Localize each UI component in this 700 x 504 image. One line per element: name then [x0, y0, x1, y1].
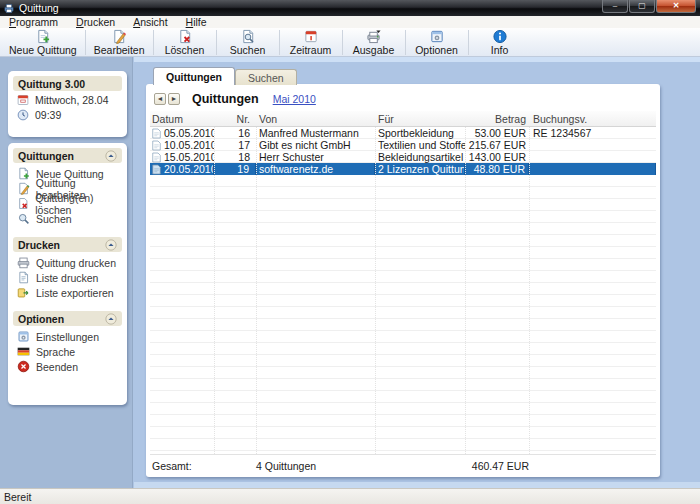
decorative-strip — [134, 57, 700, 62]
sidebar-item-liste-exportieren[interactable]: Liste exportieren — [17, 285, 127, 300]
menu-programm[interactable]: Programm — [0, 16, 67, 28]
status-bar: Bereit — [0, 488, 700, 504]
edit-icon — [111, 29, 127, 44]
collapse-icon[interactable] — [105, 239, 117, 251]
table-row[interactable]: 10.05.2010 17 Gibt es nicht GmbH Textili… — [150, 139, 656, 151]
calendar-icon — [17, 94, 29, 106]
date-row: Mittwoch, 28.04 — [17, 94, 127, 106]
delete-icon — [177, 29, 193, 44]
column-header-betrag[interactable]: Betrag — [465, 113, 529, 125]
sidebar-item-quittung-loeschen[interactable]: Quittung(en) löschen — [17, 196, 127, 211]
table-body: 05.05.2010 16 Manfred Mustermann Sportbe… — [150, 127, 656, 455]
column-header-nr[interactable]: Nr. — [214, 113, 256, 125]
table-row-selected[interactable]: 20.05.2010 19 softwarenetz.de 2 Lizenzen… — [150, 163, 656, 175]
column-gridline — [256, 127, 257, 454]
table-row[interactable]: 15.05.2010 18 Herr Schuster Bekleidungsa… — [150, 151, 656, 163]
section-header-drucken[interactable]: Drucken — [13, 237, 122, 252]
title-bar: Quittung – ▢ ✕ — [0, 0, 700, 16]
german-flag-icon — [17, 345, 30, 358]
toolbar-separator — [153, 30, 154, 55]
version-header: Quittung 3.00 — [13, 76, 122, 91]
toolbar-separator — [405, 30, 406, 55]
table-footer: Gesamt: 4 Quittungen 460.47 EUR — [150, 458, 656, 473]
period-button[interactable]: Zeitraum — [281, 29, 341, 56]
new-receipt-icon — [35, 29, 51, 44]
info-icon — [492, 29, 508, 44]
next-month-button[interactable]: ► — [168, 93, 180, 105]
edit-icon — [17, 182, 30, 195]
menu-ansicht[interactable]: Ansicht — [124, 16, 176, 28]
main-panel: ◄ ► Quittungen Mai 2010 Datum Nr. Von Fü… — [146, 84, 660, 477]
search-icon — [240, 29, 256, 44]
menu-drucken[interactable]: Drucken — [67, 16, 124, 28]
toolbar-separator — [216, 30, 217, 55]
sidebar-nav-panel: Quittungen Neue Quittung Quittung bearbe… — [8, 143, 127, 405]
receipt-doc-icon — [152, 128, 161, 139]
column-header-datum[interactable]: Datum — [150, 113, 214, 125]
search-icon — [17, 212, 30, 225]
toolbar: Neue Quittung Bearbeiten Löschen Suchen … — [0, 28, 700, 57]
menu-bar: Programm Drucken Ansicht Hilfe — [0, 16, 700, 28]
menu-hilfe[interactable]: Hilfe — [177, 16, 216, 28]
sidebar-item-beenden[interactable]: Beenden — [17, 359, 127, 374]
receipt-doc-icon — [152, 140, 161, 151]
options-icon — [429, 29, 445, 44]
page-title: Quittungen — [192, 92, 259, 106]
clock-icon — [17, 109, 29, 121]
column-header-buchungsv[interactable]: Buchungsv. — [529, 113, 656, 125]
document-icon — [17, 271, 30, 284]
section-header-quittungen[interactable]: Quittungen — [13, 148, 122, 163]
info-button[interactable]: Info — [470, 29, 530, 56]
table-header: Datum Nr. Von Für Betrag Buchungsv. — [150, 111, 656, 127]
minimize-button[interactable]: – — [602, 0, 628, 13]
window-title: Quittung — [19, 2, 59, 14]
tab-quittungen[interactable]: Quittungen — [153, 67, 235, 85]
tab-bar: Quittungen Suchen — [153, 67, 297, 85]
options-button[interactable]: Optionen — [407, 29, 467, 56]
close-button[interactable]: ✕ — [656, 0, 696, 13]
section-header-optionen[interactable]: Optionen — [13, 311, 122, 326]
delete-button[interactable]: Löschen — [155, 29, 215, 56]
sidebar-item-quittung-drucken[interactable]: Quittung drucken — [17, 255, 127, 270]
tab-suchen[interactable]: Suchen — [235, 69, 297, 85]
maximize-button[interactable]: ▢ — [629, 0, 655, 13]
panel-header: ◄ ► Quittungen Mai 2010 — [154, 91, 316, 107]
column-header-fuer[interactable]: Für — [375, 113, 465, 125]
toolbar-separator — [468, 30, 469, 55]
delete-icon — [17, 197, 29, 210]
period-link[interactable]: Mai 2010 — [273, 93, 316, 105]
output-button[interactable]: Ausgabe — [344, 29, 404, 56]
toolbar-separator — [342, 30, 343, 55]
quit-icon — [17, 360, 30, 373]
new-receipt-button[interactable]: Neue Quittung — [2, 29, 84, 56]
time-row: 09:39 — [17, 109, 127, 121]
column-gridline — [465, 127, 466, 454]
settings-icon — [17, 330, 30, 343]
table-row[interactable]: 05.05.2010 16 Manfred Mustermann Sportbe… — [150, 127, 656, 139]
total-label: Gesamt: — [150, 460, 256, 472]
collapse-icon[interactable] — [105, 313, 117, 325]
receipt-count: 4 Quittungen — [256, 460, 465, 472]
column-gridline — [375, 127, 376, 454]
sidebar-item-liste-drucken[interactable]: Liste drucken — [17, 270, 127, 285]
column-gridline — [529, 127, 530, 454]
receipt-doc-icon — [152, 164, 161, 175]
sidebar-item-sprache[interactable]: Sprache — [17, 344, 127, 359]
printer-icon — [17, 256, 30, 269]
previous-month-button[interactable]: ◄ — [154, 93, 166, 105]
status-text: Bereit — [4, 491, 31, 503]
total-amount: 460.47 EUR — [465, 460, 529, 472]
search-button[interactable]: Suchen — [218, 29, 278, 56]
export-icon — [17, 286, 30, 299]
edit-button[interactable]: Bearbeiten — [87, 29, 152, 56]
column-header-von[interactable]: Von — [256, 113, 375, 125]
printer-dropdown-icon — [366, 29, 382, 44]
receipt-doc-icon — [152, 152, 161, 163]
sidebar-item-einstellungen[interactable]: Einstellungen — [17, 329, 127, 344]
toolbar-separator — [279, 30, 280, 55]
client-area: Quittung 3.00 Mittwoch, 28.04 09:39 Quit… — [0, 57, 700, 488]
toolbar-separator — [85, 30, 86, 55]
new-receipt-icon — [17, 167, 30, 180]
collapse-icon[interactable] — [105, 150, 117, 162]
sidebar-info-panel: Quittung 3.00 Mittwoch, 28.04 09:39 — [8, 71, 127, 137]
